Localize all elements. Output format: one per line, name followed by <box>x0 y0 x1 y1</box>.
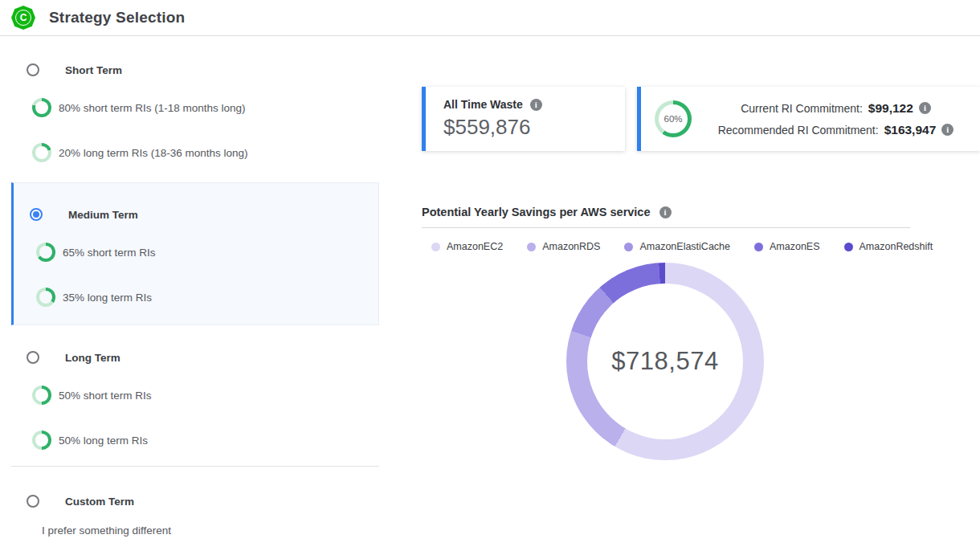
legend-label: AmazonES <box>770 241 820 252</box>
app-header: C Strategy Selection <box>0 0 980 36</box>
commitment-gauge: 60% <box>655 100 692 137</box>
legend-label: AmazonRDS <box>542 241 600 252</box>
option-label: 20% long term RIs (18-36 months long) <box>59 147 248 159</box>
custom-term-note: I prefer something different <box>42 524 171 537</box>
legend-dot-icon <box>431 243 440 251</box>
recommended-commitment-row: Recommended RI Commitment: $163,947 i <box>718 123 954 137</box>
legend-item[interactable]: AmazonES <box>754 241 820 252</box>
info-icon[interactable]: i <box>530 99 542 111</box>
strategy-selection-page: C Strategy Selection Short Term 80% shor… <box>0 0 980 555</box>
info-icon[interactable]: i <box>659 206 672 218</box>
commitment-gauge-label: 60% <box>655 100 692 137</box>
option-row: 50% long term RIs <box>32 431 148 450</box>
percent-ring-icon <box>32 386 51 405</box>
section-label-long-term: Long Term <box>65 352 120 364</box>
section-label-medium-term: Medium Term <box>68 209 138 221</box>
legend-label: AmazonRedshift <box>860 241 933 252</box>
radio-short-term[interactable] <box>27 63 39 76</box>
option-label: 35% long term RIs <box>63 292 152 304</box>
percent-ring-icon <box>32 431 51 450</box>
all-time-waste-label-row: All Time Waste i <box>443 98 625 111</box>
legend-item[interactable]: AmazonRedshift <box>844 241 933 252</box>
percent-ring-icon <box>36 288 55 307</box>
section-label-short-term: Short Term <box>65 64 122 76</box>
all-time-waste-card: All Time Waste i $559,876 <box>422 87 625 151</box>
ri-commitment-card: 60% Current RI Commitment: $99,122 i Rec… <box>637 87 980 151</box>
option-row: 80% short term RIs (1-18 months long) <box>32 98 246 117</box>
radio-row-long-term[interactable]: Long Term <box>27 351 120 364</box>
commitment-lines: Current RI Commitment: $99,122 i Recomme… <box>692 101 980 137</box>
current-commitment-label: Current RI Commitment: <box>741 102 863 115</box>
donut-hole: $718,574 <box>587 284 743 439</box>
option-label: 80% short term RIs (1-18 months long) <box>59 102 246 114</box>
legend-dot-icon <box>844 243 853 251</box>
section-label-custom-term: Custom Term <box>65 496 134 508</box>
option-row: 65% short term RIs <box>36 243 156 262</box>
page-title: Strategy Selection <box>49 9 185 27</box>
info-icon[interactable]: i <box>919 102 931 114</box>
chart-title: Potential Yearly Savings per AWS service <box>422 206 651 218</box>
legend-item[interactable]: AmazonElastiCache <box>624 241 730 252</box>
legend-label: AmazonEC2 <box>447 241 503 252</box>
option-label: 50% long term RIs <box>59 435 148 447</box>
chart-title-divider <box>422 227 910 228</box>
radio-row-medium-term[interactable]: Medium Term <box>30 208 138 221</box>
recommended-commitment-label: Recommended RI Commitment: <box>718 124 879 137</box>
radio-custom-term[interactable] <box>27 495 39 508</box>
legend-dot-icon <box>624 243 633 251</box>
radio-row-short-term[interactable]: Short Term <box>27 63 122 76</box>
all-time-waste-label: All Time Waste <box>443 98 523 111</box>
logo-c-glyph: C <box>15 10 31 26</box>
current-commitment-row: Current RI Commitment: $99,122 i <box>741 101 931 116</box>
legend-label: AmazonElastiCache <box>639 241 730 252</box>
radio-long-term[interactable] <box>27 351 39 364</box>
selected-section-box: Medium Term 65% short term RIs 35% long … <box>11 182 379 325</box>
donut-total-value: $718,574 <box>611 347 718 376</box>
current-commitment-value: $99,122 <box>868 101 913 116</box>
option-label: 50% short term RIs <box>59 390 152 402</box>
percent-ring-icon <box>32 98 51 117</box>
chart-title-row: Potential Yearly Savings per AWS service… <box>422 206 672 218</box>
percent-ring-icon <box>32 143 51 162</box>
all-time-waste-value: $559,876 <box>443 115 625 140</box>
savings-donut-chart: $718,574 <box>566 263 764 460</box>
recommended-commitment-value: $163,947 <box>884 123 937 137</box>
section-divider <box>11 466 379 467</box>
radio-medium-term[interactable] <box>30 208 43 221</box>
legend-dot-icon <box>527 243 536 251</box>
option-label: 65% short term RIs <box>63 247 156 259</box>
option-row: 20% long term RIs (18-36 months long) <box>32 143 248 162</box>
legend-item[interactable]: AmazonRDS <box>527 241 600 252</box>
option-row: 50% short term RIs <box>32 386 152 405</box>
app-logo-icon[interactable]: C <box>11 6 35 30</box>
chart-legend: AmazonEC2 AmazonRDS AmazonElastiCache Am… <box>431 241 933 252</box>
info-icon[interactable]: i <box>941 124 953 136</box>
legend-item[interactable]: AmazonEC2 <box>431 241 503 252</box>
option-row: 35% long term RIs <box>36 288 152 307</box>
percent-ring-icon <box>36 243 55 262</box>
radio-row-custom-term[interactable]: Custom Term <box>27 495 134 508</box>
legend-dot-icon <box>754 243 763 251</box>
